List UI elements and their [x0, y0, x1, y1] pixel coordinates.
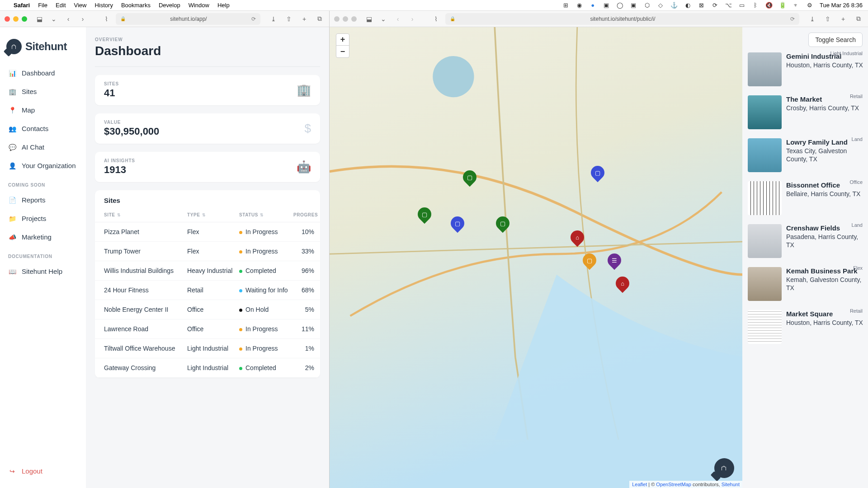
reload-icon[interactable]: ⟳ [251, 16, 256, 22]
menubar-icon[interactable]: ⊞ [562, 2, 569, 9]
menubar-icon[interactable]: ● [589, 2, 596, 9]
table-row[interactable]: Tiltwall Office WarehouseLight Industria… [95, 339, 320, 358]
sidebar-item-help[interactable]: 📖Sitehunt Help [5, 263, 80, 279]
share-icon[interactable]: ⇧ [823, 14, 833, 24]
window-close-icon[interactable] [5, 16, 10, 22]
menu-develop[interactable]: Develop [159, 2, 180, 9]
table-row[interactable]: Willis Industrial BuildingsHeavy Industr… [95, 261, 320, 281]
stat-card-sites[interactable]: SITES 41 🏢 [95, 75, 320, 105]
listings-panel[interactable]: Toggle Search Gemini IndustrialHouston, … [742, 27, 868, 488]
menu-help[interactable]: Help [217, 2, 230, 9]
menu-window[interactable]: Window [189, 2, 209, 9]
back-button[interactable]: ‹ [393, 14, 403, 24]
back-button[interactable]: ‹ [63, 14, 73, 24]
map-pin[interactable]: ▢ [418, 207, 431, 225]
tabs-icon[interactable]: ⧉ [315, 14, 325, 24]
sidebar-item-reports[interactable]: 📄Reports [5, 192, 80, 208]
new-tab-icon[interactable]: + [299, 14, 309, 24]
logo[interactable]: ⛫ Sitehunt [5, 36, 80, 62]
map[interactable]: + − ▢▢▢▢▢⌂▢☰⌂ ⛫ Leaflet | © OpenStreetMa… [330, 27, 742, 488]
window-minimize-icon[interactable] [343, 16, 348, 22]
map-pin[interactable]: ▢ [463, 170, 476, 188]
battery-icon[interactable]: 🔋 [779, 2, 786, 9]
app-name[interactable]: Safari [14, 2, 30, 9]
menubar-icon[interactable]: ⊠ [698, 2, 705, 9]
menubar-icon[interactable]: ▣ [630, 2, 637, 9]
table-row[interactable]: Noble Energy Center IIOfficeOn Hold5% [95, 300, 320, 319]
table-row[interactable]: Lawrence RoadOfficeIn Progress11% [95, 319, 320, 339]
menubar-icon[interactable]: ⬡ [643, 2, 651, 9]
window-minimize-icon[interactable] [13, 16, 19, 22]
map-pin[interactable]: ▢ [591, 166, 604, 184]
map-pin[interactable]: ⌂ [571, 230, 584, 249]
sidebar-item-marketing[interactable]: 📣Marketing [5, 229, 80, 245]
sidebar-item-dashboard[interactable]: 📊Dashboard [5, 65, 80, 81]
sidebar-item-projects[interactable]: 📁Projects [5, 211, 80, 226]
menubar-icon[interactable]: ◯ [616, 2, 623, 9]
listing-card[interactable]: Market SquareHouston, Harris County, TXR… [748, 310, 864, 344]
new-tab-icon[interactable]: + [838, 14, 848, 24]
reload-icon[interactable]: ⟳ [790, 16, 795, 22]
table-row[interactable]: Pizza PlanetFlexIn Progress10% [95, 222, 320, 242]
address-bar[interactable]: 🔒 sitehunt.io/app/ ⟳ [116, 13, 260, 25]
address-bar[interactable]: 🔒 sitehunt.io/sitehunt/public/i/ ⟳ [445, 13, 799, 25]
col-site[interactable]: SITE⇅ [104, 212, 187, 217]
window-close-icon[interactable] [334, 16, 340, 22]
stat-card-value[interactable]: VALUE $30,950,000 $ [95, 113, 320, 144]
table-row[interactable]: Gateway CrossingLight IndustrialComplete… [95, 358, 320, 378]
forward-button[interactable]: › [78, 14, 88, 24]
sidebar-toggle-button[interactable]: ⬓ [364, 14, 374, 24]
volume-icon[interactable]: 🔇 [765, 2, 773, 9]
col-progress[interactable]: PROGRES [293, 212, 318, 217]
sidebar-item-ai-chat[interactable]: 💬AI Chat [5, 139, 80, 155]
map-pin[interactable]: ▢ [496, 216, 509, 235]
map-pin[interactable]: ☰ [608, 253, 621, 272]
menubar-icon[interactable]: ◐ [684, 2, 691, 9]
listing-card[interactable]: Crenshaw FieldsPasadena, Harris County, … [748, 224, 864, 258]
sidebar-item-org[interactable]: 👤Your Organization [5, 158, 80, 174]
menubar-icon[interactable]: ▣ [603, 2, 610, 9]
listing-card[interactable]: Kemah Business ParkKemah, Galveston Coun… [748, 267, 864, 301]
control-center-icon[interactable]: ⚙ [806, 2, 813, 9]
sidebar-item-sites[interactable]: 🏢Sites [5, 84, 80, 99]
map-pin[interactable]: ▢ [451, 216, 464, 235]
osm-link[interactable]: OpenStreetMap [656, 482, 691, 487]
toggle-search-button[interactable]: Toggle Search [808, 33, 863, 47]
sitehunt-link[interactable]: Sitehunt [722, 482, 740, 487]
listing-card[interactable]: Gemini IndustrialHouston, Harris County,… [748, 52, 864, 86]
stat-card-ai[interactable]: AI INSIGHTS 1913 🤖 [95, 152, 320, 182]
chevron-down-icon[interactable]: ⌄ [378, 14, 388, 24]
menu-file[interactable]: File [38, 2, 47, 9]
leaflet-link[interactable]: Leaflet [632, 482, 647, 487]
listing-card[interactable]: Lowry Family LandTexas City, Galveston C… [748, 138, 864, 172]
menubar-icon[interactable]: ⌥ [725, 2, 732, 9]
menubar-icon[interactable]: ◇ [657, 2, 664, 9]
zoom-in-button[interactable]: + [336, 34, 349, 46]
sidebar-toggle-button[interactable]: ⬓ [34, 14, 44, 24]
map-pin[interactable]: ▢ [583, 253, 596, 272]
rss-icon[interactable]: ⌇ [431, 14, 441, 24]
menubar-icon[interactable]: ⟳ [711, 2, 718, 9]
menubar-icon[interactable]: ⚓ [670, 2, 678, 9]
chevron-down-icon[interactable]: ⌄ [49, 14, 59, 24]
map-pin[interactable]: ⌂ [616, 277, 629, 295]
zoom-out-button[interactable]: − [336, 46, 349, 57]
menu-bookmarks[interactable]: Bookmarks [121, 2, 151, 9]
wifi-icon[interactable]: ᯤ [793, 2, 800, 9]
menu-view[interactable]: View [74, 2, 87, 9]
menu-history[interactable]: History [94, 2, 113, 9]
tabs-icon[interactable]: ⧉ [854, 14, 863, 24]
menubar-icon[interactable]: ◉ [576, 2, 583, 9]
menubar-icon[interactable]: ▭ [738, 2, 745, 9]
col-status[interactable]: STATUS⇅ [239, 212, 293, 217]
bluetooth-icon[interactable]: ᛒ [752, 2, 759, 9]
window-zoom-icon[interactable] [22, 16, 27, 22]
sidebar-item-map[interactable]: 📍Map [5, 102, 80, 118]
table-row[interactable]: 24 Hour FitnessRetailWaiting for Info68% [95, 281, 320, 300]
share-icon[interactable]: ⇧ [284, 14, 294, 24]
downloads-icon[interactable]: ⤓ [807, 14, 817, 24]
forward-button[interactable]: › [407, 14, 417, 24]
downloads-icon[interactable]: ⤓ [269, 14, 278, 24]
listing-card[interactable]: Bissonnet OfficeBellaire, Harris County,… [748, 181, 864, 215]
sidebar-item-contacts[interactable]: 👥Contacts [5, 121, 80, 136]
